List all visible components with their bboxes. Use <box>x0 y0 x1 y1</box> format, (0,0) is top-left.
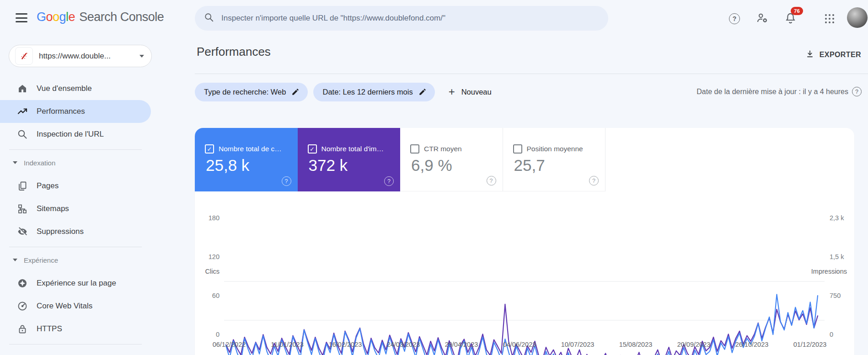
google-apps-button[interactable] <box>823 12 836 25</box>
trending-up-icon <box>17 106 28 117</box>
hamburger-menu-icon[interactable] <box>16 13 27 22</box>
right-axis-title: Impressions <box>755 268 847 275</box>
filter-chip-date-range[interactable]: Date: Les 12 derniers mois <box>313 83 434 101</box>
logo-letter: e <box>69 10 75 24</box>
help-circle-icon[interactable]: ? <box>282 176 291 186</box>
sidebar-item-pages[interactable]: Pages <box>0 175 151 197</box>
help-circle-icon[interactable]: ? <box>852 87 862 96</box>
sidebar-item-https[interactable]: HTTPS <box>0 318 151 340</box>
metric-card-average-ctr[interactable]: CTR moyen6,9 %? <box>400 128 503 191</box>
eye-off-icon <box>17 226 28 237</box>
page-experience-icon <box>17 278 28 289</box>
sidebar-divider <box>9 247 142 247</box>
site-favicon <box>15 47 33 65</box>
last-update-info: Date de la dernière mise à jour : il y a… <box>697 87 862 96</box>
chevron-down-icon <box>139 55 144 58</box>
left-axis-tick: 60 <box>195 292 220 299</box>
sidebar-section-title: Indexation <box>24 159 55 167</box>
sidebar-item-sitemaps[interactable]: Sitemaps <box>0 197 151 220</box>
left-axis-tick: 180 <box>195 214 220 222</box>
export-label: EXPORTER <box>820 51 861 59</box>
sidebar-item-url-inspection[interactable]: Inspection de l'URL <box>0 123 151 146</box>
filter-chip-label: Date: Les 12 derniers mois <box>322 88 413 96</box>
search-input[interactable] <box>220 13 599 23</box>
url-inspection-searchbar[interactable] <box>195 6 608 31</box>
unchecked-checkbox[interactable] <box>410 144 419 154</box>
gauge-icon <box>17 301 28 312</box>
left-axis-title: Clics <box>195 268 220 275</box>
x-axis-date-label: 29/04/2023 <box>445 341 478 348</box>
apps-grid-icon <box>825 14 835 24</box>
account-avatar[interactable] <box>847 7 868 28</box>
help-button[interactable]: ? <box>728 12 741 25</box>
x-axis-date-label: 16/02/2023 <box>329 341 362 348</box>
checked-checkbox[interactable]: ✓ <box>205 144 214 154</box>
logo-letter: o <box>46 10 53 24</box>
help-icon: ? <box>729 13 740 24</box>
sidebar-nav: Vue d'ensemblePerformancesInspection de … <box>0 77 151 348</box>
logo-letter: g <box>59 10 66 24</box>
sidebar-item-core-web-vitals[interactable]: Core Web Vitals <box>0 295 151 318</box>
sidebar-item-suppressions[interactable]: Suppressions <box>0 220 151 243</box>
sidebar-item-label: Suppressions <box>37 227 84 236</box>
chevron-down-icon <box>13 161 17 164</box>
performance-panel: ✓Nombre total de c…25,8 k?✓Nombre total … <box>195 128 854 355</box>
left-axis-tick: 0 <box>195 331 220 338</box>
left-axis-tick: 120 <box>195 253 220 260</box>
metric-card-value: 25,8 k <box>206 156 249 175</box>
metric-card-value: 6,9 % <box>411 156 452 175</box>
metric-card-label: Position moyenne <box>527 145 583 153</box>
sidebar-section-indexation[interactable]: Indexation <box>0 154 151 172</box>
filter-chip-search-type[interactable]: Type de recherche: Web <box>195 83 308 101</box>
sidebar-item-label: Expérience sur la page <box>37 279 116 288</box>
help-circle-icon[interactable]: ? <box>589 176 599 185</box>
logo-letter: G <box>37 10 46 24</box>
x-axis-date-label: 11/01/2023 <box>271 341 304 348</box>
sidebar-item-performances[interactable]: Performances <box>0 100 151 123</box>
help-circle-icon[interactable]: ? <box>487 176 496 185</box>
right-axis-tick: 2,3 k <box>830 214 844 222</box>
x-axis-date-label: 10/07/2023 <box>561 341 595 348</box>
x-axis-date-label: 15/08/2023 <box>619 341 653 348</box>
google-search-console-app: GoogleSearch Console ? 76 <box>0 0 868 355</box>
metric-cards: ✓Nombre total de c…25,8 k?✓Nombre total … <box>195 128 605 191</box>
notification-count-badge: 76 <box>791 7 803 15</box>
sidebar-item-label: HTTPS <box>37 324 62 334</box>
sidebar-section-experience[interactable]: Expérience <box>0 251 151 269</box>
new-filter-label: Nouveau <box>461 88 492 96</box>
metric-card-total-clicks[interactable]: ✓Nombre total de c…25,8 k? <box>195 128 298 191</box>
sidebar-item-page-experience[interactable]: Expérience sur la page <box>0 272 151 295</box>
metric-card-average-position[interactable]: Position moyenne25,7? <box>503 128 606 191</box>
sidebar-item-label: Vue d'ensemble <box>37 84 92 93</box>
metric-card-total-impressions[interactable]: ✓Nombre total d'im…372 k? <box>298 128 401 191</box>
search-icon <box>17 129 28 140</box>
right-axis-tick: 1,5 k <box>830 253 844 260</box>
metric-card-label: Nombre total de c… <box>219 145 282 153</box>
title-divider <box>195 74 868 74</box>
app-logo: GoogleSearch Console <box>37 10 164 24</box>
sidebar-item-label: Pages <box>37 181 59 191</box>
google-wordmark: Google <box>37 10 75 24</box>
plus-icon: + <box>449 86 455 97</box>
sidebar-item-label: Inspection de l'URL <box>37 130 104 139</box>
sitemap-icon <box>17 203 28 214</box>
metric-card-label: CTR moyen <box>424 145 462 153</box>
chart-area: Clics Impressions 1801206002,3 k1,5 k750… <box>195 191 854 355</box>
help-circle-icon[interactable]: ? <box>384 176 394 186</box>
export-button[interactable]: EXPORTER <box>805 49 861 60</box>
new-filter-button[interactable]: +Nouveau <box>449 86 492 97</box>
sidebar-divider <box>9 344 142 344</box>
person-gear-icon <box>756 12 768 26</box>
sidebar-item-label: Core Web Vitals <box>37 302 92 311</box>
unchecked-checkbox[interactable] <box>513 144 522 154</box>
right-axis-tick: 750 <box>830 292 841 299</box>
home-icon <box>17 83 28 94</box>
filter-bar: Type de recherche: WebDate: Les 12 derni… <box>195 82 492 101</box>
sidebar-section-title: Expérience <box>24 256 58 264</box>
x-axis-date-label: 20/09/2023 <box>677 341 711 348</box>
checked-checkbox[interactable]: ✓ <box>308 144 317 154</box>
property-selector[interactable]: https://www.double... <box>9 45 152 67</box>
edit-icon <box>291 88 300 96</box>
sidebar-item-overview[interactable]: Vue d'ensemble <box>0 77 151 100</box>
user-settings-button[interactable] <box>755 12 768 25</box>
